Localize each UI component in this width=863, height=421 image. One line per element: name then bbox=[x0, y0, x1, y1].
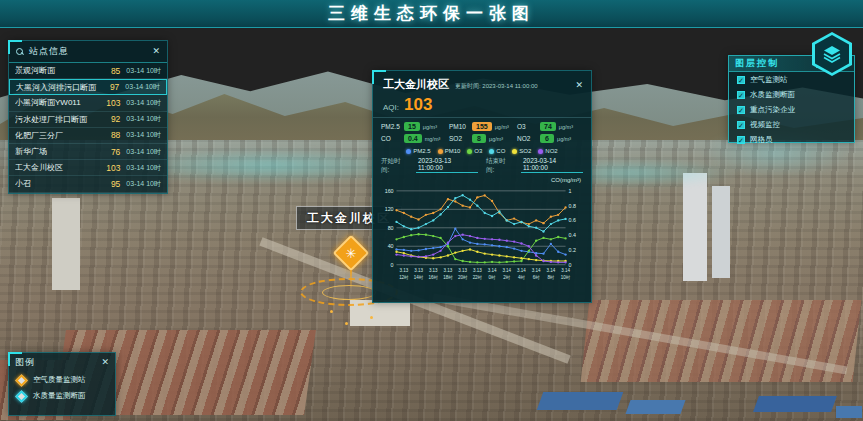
legend-panel-title: 图例 bbox=[15, 356, 101, 369]
pollutant-reading: PM10155μg/m³ bbox=[449, 122, 515, 131]
station-aqi-value: 88 bbox=[100, 130, 120, 140]
pollutant-label: PM2.5 bbox=[381, 123, 401, 130]
station-list-item[interactable]: 工大金川校区10303-14 10时 bbox=[9, 160, 167, 176]
pollutant-reading: PM2.515μg/m³ bbox=[381, 122, 447, 131]
svg-text:3.13: 3.13 bbox=[458, 268, 467, 273]
update-time: 更新时间: 2023-03-14 11:00:00 bbox=[455, 82, 569, 91]
station-list-item[interactable]: 景观河断面8503-14 10时 bbox=[9, 63, 167, 79]
station-name: 工大金川校区 bbox=[15, 162, 100, 173]
blue-roof bbox=[836, 406, 862, 418]
layers-icon bbox=[812, 32, 852, 76]
svg-text:0.8: 0.8 bbox=[568, 203, 575, 209]
chart-legend-item[interactable]: O3 bbox=[467, 148, 482, 154]
layer-item[interactable]: ✓视频监控 bbox=[729, 117, 854, 132]
station-list-item[interactable]: 污水处理厂排口断面9203-14 10时 bbox=[9, 112, 167, 128]
particle-dot bbox=[370, 316, 373, 319]
layer-item[interactable]: ✓水质监测断面 bbox=[729, 87, 854, 102]
svg-text:0.2: 0.2 bbox=[568, 247, 575, 253]
chart-legend-item[interactable]: CO bbox=[489, 148, 505, 154]
map-legend-panel: 图例 ✕ 空气质量监测站水质量监测断面 bbox=[8, 352, 116, 416]
legend-label: SO2 bbox=[519, 148, 531, 154]
building bbox=[683, 173, 707, 281]
particle-dot bbox=[330, 310, 333, 313]
pollutant-reading: SO28μg/m³ bbox=[449, 134, 515, 143]
station-list-item[interactable]: 新华广场7603-14 10时 bbox=[9, 144, 167, 160]
corner-accent bbox=[8, 352, 22, 366]
chart-legend-item[interactable]: NO2 bbox=[538, 148, 557, 154]
station-name: 大黑河入河排污口断面 bbox=[16, 82, 99, 93]
svg-text:8时: 8时 bbox=[547, 275, 554, 280]
station-list-item[interactable]: 化肥厂三分厂8803-14 10时 bbox=[9, 128, 167, 144]
search-icon[interactable] bbox=[16, 48, 24, 56]
svg-text:160: 160 bbox=[385, 188, 394, 194]
svg-text:2时: 2时 bbox=[503, 275, 510, 280]
building bbox=[712, 186, 730, 278]
svg-text:0: 0 bbox=[568, 262, 571, 268]
svg-text:1: 1 bbox=[568, 188, 571, 194]
chart-legend: PM2.5PM10O3COSO2NO2 bbox=[373, 145, 591, 155]
close-icon[interactable]: ✕ bbox=[152, 47, 160, 56]
corner-accent bbox=[372, 70, 386, 84]
station-aqi-value: 76 bbox=[100, 147, 120, 157]
legend-item-label: 水质量监测断面 bbox=[33, 391, 86, 401]
layer-panel-title: 图层控制 bbox=[735, 57, 814, 70]
layer-checkbox[interactable]: ✓ bbox=[737, 106, 745, 114]
aqi-value: 103 bbox=[404, 95, 432, 115]
station-name: 小黑河断面YW011 bbox=[15, 97, 100, 108]
svg-text:3.13: 3.13 bbox=[429, 268, 438, 273]
svg-text:0.4: 0.4 bbox=[568, 232, 575, 238]
close-icon[interactable]: ✕ bbox=[101, 358, 109, 367]
end-time-label: 结束时间: bbox=[486, 157, 513, 175]
layers-toggle-button[interactable] bbox=[812, 32, 852, 76]
pollutant-readings: PM2.515μg/m³PM10155μg/m³O374μg/m³CO0.4mg… bbox=[373, 118, 591, 145]
svg-text:3.13: 3.13 bbox=[473, 268, 482, 273]
svg-text:12时: 12时 bbox=[399, 275, 409, 280]
legend-label: PM2.5 bbox=[413, 148, 430, 154]
layer-checkbox[interactable]: ✓ bbox=[737, 121, 745, 129]
pollutant-reading: O374μg/m³ bbox=[517, 122, 583, 131]
pollutant-reading: NO26μg/m³ bbox=[517, 134, 583, 143]
chart-legend-item[interactable]: PM2.5 bbox=[406, 148, 430, 154]
station-update-time: 03-14 10时 bbox=[126, 179, 161, 189]
svg-text:3.14: 3.14 bbox=[488, 268, 497, 273]
layer-checkbox[interactable]: ✓ bbox=[737, 136, 745, 144]
blue-roof bbox=[753, 396, 837, 412]
legend-dot bbox=[406, 149, 411, 154]
legend-item-label: 空气质量监测站 bbox=[33, 375, 86, 385]
map-legend-item: 空气质量监测站 bbox=[9, 372, 115, 388]
svg-text:3.14: 3.14 bbox=[532, 268, 541, 273]
blue-roof bbox=[625, 400, 685, 414]
svg-text:0时: 0时 bbox=[489, 275, 496, 280]
station-name: 污水处理厂排口断面 bbox=[15, 114, 100, 125]
update-time-label: 更新时间: bbox=[455, 83, 481, 89]
station-list-item[interactable]: 小召9503-14 10时 bbox=[9, 176, 167, 192]
pollutant-unit: μg/m³ bbox=[495, 124, 509, 130]
start-time-input[interactable]: 2023-03-13 11:00:00 bbox=[416, 157, 478, 173]
station-marker[interactable]: ✳ bbox=[338, 240, 364, 266]
station-list-panel: 站点信息 ✕ 景观河断面8503-14 10时大黑河入河排污口断面9703-14… bbox=[8, 40, 168, 194]
svg-text:22时: 22时 bbox=[473, 275, 483, 280]
svg-text:40: 40 bbox=[388, 243, 394, 249]
station-list-item[interactable]: 大黑河入河排污口断面9703-14 10时 bbox=[9, 79, 167, 95]
svg-text:3.13: 3.13 bbox=[414, 268, 423, 273]
pollutant-unit: mg/m³ bbox=[425, 136, 441, 142]
layer-checkbox[interactable]: ✓ bbox=[737, 76, 745, 84]
layer-label: 水质监测断面 bbox=[750, 90, 795, 100]
layer-item[interactable]: ✓重点污染企业 bbox=[729, 102, 854, 117]
close-icon[interactable]: ✕ bbox=[575, 81, 583, 90]
station-list-item[interactable]: 小黑河断面YW01110303-14 10时 bbox=[9, 95, 167, 111]
layer-item[interactable]: ✓网格员 bbox=[729, 132, 854, 147]
svg-text:80: 80 bbox=[388, 225, 394, 231]
chart-legend-item[interactable]: SO2 bbox=[512, 148, 531, 154]
end-time-input[interactable]: 2023-03-14 11:00:00 bbox=[521, 157, 583, 173]
chart-legend-item[interactable]: PM10 bbox=[438, 148, 461, 154]
layer-checkbox[interactable]: ✓ bbox=[737, 91, 745, 99]
particle-dot bbox=[345, 322, 348, 325]
station-update-time: 03-14 10时 bbox=[126, 114, 161, 124]
svg-text:14时: 14时 bbox=[414, 275, 424, 280]
legend-dot bbox=[489, 149, 494, 154]
svg-text:0: 0 bbox=[391, 262, 394, 268]
layer-label: 重点污染企业 bbox=[750, 105, 795, 115]
legend-dot bbox=[512, 149, 517, 154]
legend-label: CO bbox=[496, 148, 505, 154]
